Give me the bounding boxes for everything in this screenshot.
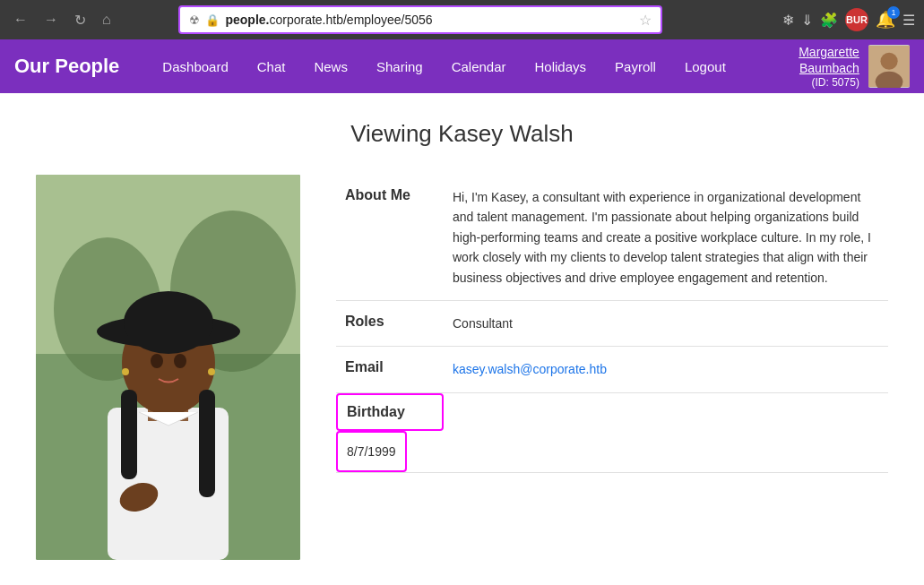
nav-payroll[interactable]: Payroll [600, 39, 670, 93]
user-name-id: Margarette Baumbach (ID: 5075) [740, 44, 859, 89]
url-text: people.corporate.htb/employee/5056 [225, 13, 628, 27]
birthday-value: 8/7/1999 [336, 431, 407, 472]
profile-layout: About Me Hi, I'm Kasey, a consultant wit… [36, 175, 888, 560]
notif-count: 1 [887, 6, 900, 19]
svg-point-18 [208, 368, 215, 375]
url-prefix: people. [225, 13, 269, 27]
notifications-button[interactable]: 🔔 1 [876, 10, 895, 30]
email-row: Email kasey.walsh@corporate.htb [336, 347, 888, 392]
user-avatar [868, 45, 910, 88]
avatar-initials: BUR [846, 14, 868, 25]
browser-actions: ❄ ⇓ 🧩 BUR 🔔 1 ☰ [782, 8, 915, 31]
nav-news[interactable]: News [299, 39, 362, 93]
download-button[interactable]: ⇓ [801, 12, 813, 29]
email-label: Email [336, 347, 444, 392]
extensions-button[interactable]: 🧩 [820, 12, 838, 29]
about-label: About Me [336, 175, 444, 300]
url-domain: corporate.htb [269, 13, 343, 27]
roles-value: Consultant [444, 300, 888, 346]
address-bar[interactable]: ☢ 🔒 people.corporate.htb/employee/5056 ☆ [178, 5, 662, 34]
home-button[interactable]: ⌂ [98, 10, 116, 30]
nav-dashboard[interactable]: Dashboard [148, 39, 242, 93]
avatar-image [868, 45, 910, 88]
email-value: kasey.walsh@corporate.htb [444, 347, 888, 392]
profile-photo [36, 175, 300, 560]
about-row: About Me Hi, I'm Kasey, a consultant wit… [336, 175, 888, 300]
shield-icon: ☢ [189, 13, 200, 27]
back-button[interactable]: ← [9, 10, 32, 30]
nav-holidays[interactable]: Holidays [521, 39, 601, 93]
user-name-link[interactable]: Margarette Baumbach [799, 45, 859, 75]
lock-icon: 🔒 [205, 13, 220, 27]
svg-point-14 [174, 354, 186, 368]
profile-avatar[interactable]: BUR [845, 8, 868, 31]
main-content: Viewing Kasey Walsh [0, 93, 924, 585]
svg-rect-15 [121, 390, 137, 479]
profile-image [36, 175, 300, 560]
birthday-label: Birthday [336, 393, 444, 431]
refresh-button[interactable]: ↻ [70, 10, 91, 30]
about-value: Hi, I'm Kasey, a consultant with experie… [444, 175, 888, 300]
detail-table: About Me Hi, I'm Kasey, a consultant wit… [336, 175, 888, 473]
profile-details: About Me Hi, I'm Kasey, a consultant wit… [336, 175, 888, 473]
svg-point-12 [124, 291, 213, 354]
nav-sharing[interactable]: Sharing [362, 39, 437, 93]
bookmark-icon[interactable]: ☆ [639, 12, 652, 29]
svg-point-17 [122, 368, 129, 375]
url-path: /employee/5056 [343, 13, 433, 27]
forward-button[interactable]: → [39, 10, 63, 30]
nav-calendar[interactable]: Calendar [437, 39, 521, 93]
roles-row: Roles Consultant [336, 300, 888, 346]
svg-point-13 [151, 354, 163, 368]
app-nav: Our People Dashboard Chat News Sharing C… [0, 39, 924, 93]
email-link[interactable]: kasey.walsh@corporate.htb [453, 362, 607, 376]
pocket-button[interactable]: ❄ [782, 12, 794, 29]
roles-label: Roles [336, 300, 444, 346]
svg-rect-16 [199, 390, 215, 497]
menu-button[interactable]: ☰ [902, 12, 915, 29]
user-id: (ID: 5075) [740, 76, 859, 89]
nav-chat[interactable]: Chat [243, 39, 300, 93]
nav-logout[interactable]: Logout [670, 39, 740, 93]
nav-links: Dashboard Chat News Sharing Calendar Hol… [148, 39, 739, 93]
user-info: Margarette Baumbach (ID: 5075) [740, 44, 910, 89]
browser-chrome: ← → ↻ ⌂ ☢ 🔒 people.corporate.htb/employe… [0, 0, 924, 39]
svg-point-1 [880, 53, 897, 70]
page-title: Viewing Kasey Walsh [36, 120, 888, 148]
birthday-row: Birthday 8/7/1999 [336, 392, 888, 472]
app-title: Our People [14, 55, 119, 78]
